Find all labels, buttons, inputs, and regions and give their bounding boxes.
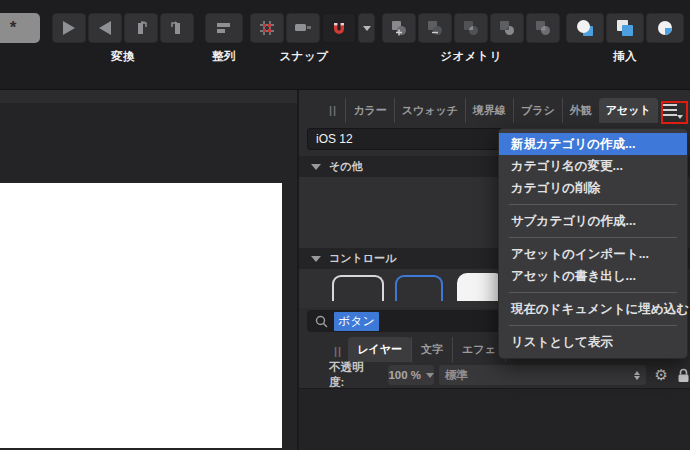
transform-group: 変換	[52, 13, 194, 64]
geometry-add-button[interactable]	[382, 13, 416, 43]
hamburger-menu-icon	[662, 104, 677, 106]
tab-stroke[interactable]: 境界線	[465, 98, 513, 123]
pixel-toggle-icon	[294, 22, 312, 34]
assets-panel-context-menu: 新規カテゴリの作成... カテゴリ名の変更... カテゴリの削除 サブカテゴリの…	[498, 128, 688, 359]
rotate-cw-icon	[168, 19, 186, 37]
menu-item-export-assets[interactable]: アセットの書き出し...	[499, 265, 687, 287]
rotate-ccw-icon	[132, 19, 150, 37]
geometry-group: ジオメトリ	[382, 13, 560, 64]
boolean-intersect-icon	[462, 19, 480, 37]
menu-separator	[509, 237, 677, 238]
transform-group-label: 変換	[52, 49, 194, 64]
chevron-down-icon	[363, 26, 371, 31]
menu-item-create-new-category[interactable]: 新規カテゴリの作成...	[499, 133, 687, 155]
insert-group: 挿入	[566, 13, 684, 64]
menu-item-rename-category[interactable]: カテゴリ名の変更...	[499, 155, 687, 177]
panel-drag-handle[interactable]: ||	[334, 345, 342, 357]
canvas-area[interactable]	[0, 90, 297, 450]
rotate-counterclockwise-button[interactable]	[124, 13, 158, 43]
tab-effects[interactable]: エフェ	[452, 337, 505, 362]
insert-group-label: 挿入	[566, 49, 684, 64]
search-icon	[315, 315, 328, 328]
stepper-icon	[634, 371, 640, 380]
opacity-dropdown[interactable]: 100 %	[388, 365, 434, 385]
align-group: 整列	[205, 13, 243, 64]
insert-on-top-button[interactable]	[646, 13, 684, 43]
tab-assets[interactable]: アセット	[599, 98, 658, 123]
defaults-star-button[interactable]: *	[0, 13, 40, 43]
layer-settings-gear-icon[interactable]: ⚙	[655, 366, 668, 384]
document-page[interactable]	[0, 183, 282, 448]
asset-thumbnail-button-outline[interactable]	[332, 275, 384, 301]
insert-on-top-icon	[655, 18, 675, 38]
snapping-toggle-button[interactable]	[322, 13, 356, 43]
search-input-selected-text[interactable]: ボタン	[334, 312, 379, 331]
menu-item-show-as-list[interactable]: リストとして表示	[499, 331, 687, 353]
tab-layers[interactable]: レイヤー	[348, 337, 411, 362]
asset-thumbnail-button-blue-outline[interactable]	[395, 275, 443, 301]
move-by-whole-pixels-button[interactable]	[286, 13, 320, 43]
insert-inside-icon	[615, 18, 635, 38]
menu-caret-icon	[677, 115, 683, 119]
panel-tab-bar: || カラー スウォッチ 境界線 ブラシ 外観 アセット	[299, 98, 690, 122]
insert-inside-button[interactable]	[606, 13, 644, 43]
align-group-label: 整列	[205, 49, 243, 64]
geometry-intersect-button[interactable]	[454, 13, 488, 43]
menu-separator	[509, 292, 677, 293]
boolean-divide-icon	[534, 19, 552, 37]
menu-separator	[509, 204, 677, 205]
disclosure-triangle-icon	[311, 256, 321, 262]
flip-vertical-icon	[99, 21, 111, 35]
disclosure-triangle-icon	[311, 164, 321, 170]
flip-vertical-button[interactable]	[88, 13, 122, 43]
geometry-subtract-button[interactable]	[418, 13, 452, 43]
opacity-label: 不透明度:	[329, 360, 378, 390]
layer-options-row: 不透明度: 100 % 標準 ⚙	[299, 362, 690, 388]
flip-horizontal-icon	[63, 21, 75, 35]
geometry-xor-button[interactable]	[490, 13, 524, 43]
boolean-add-icon	[390, 19, 408, 37]
section-title: その他	[329, 159, 363, 174]
section-title: コントロール	[329, 251, 396, 266]
show-grid-button[interactable]	[250, 13, 284, 43]
top-toolbar: *	[0, 0, 690, 90]
snap-group-label: スナップ	[250, 49, 358, 64]
tab-brushes[interactable]: ブラシ	[513, 98, 562, 123]
menu-item-import-assets[interactable]: アセットのインポート...	[499, 243, 687, 265]
insert-behind-icon	[575, 18, 595, 38]
menu-item-delete-category[interactable]: カテゴリの削除	[499, 177, 687, 199]
boolean-xor-icon	[498, 19, 516, 37]
snap-options-dropdown[interactable]	[358, 13, 375, 43]
grid-icon	[258, 19, 276, 37]
panel-drag-handle[interactable]: ||	[329, 104, 337, 116]
insert-behind-button[interactable]	[566, 13, 604, 43]
flip-horizontal-button[interactable]	[52, 13, 86, 43]
geometry-divide-button[interactable]	[526, 13, 560, 43]
align-icon	[216, 22, 232, 34]
tab-appearance[interactable]: 外観	[562, 98, 599, 123]
menu-item-create-subcategory[interactable]: サブカテゴリの作成...	[499, 210, 687, 232]
lock-icon	[677, 368, 690, 383]
menu-separator	[509, 325, 677, 326]
layer-lock-button[interactable]	[677, 368, 690, 383]
tab-swatches[interactable]: スウォッチ	[394, 98, 465, 123]
blend-mode-dropdown[interactable]: 標準	[439, 365, 645, 385]
tab-color[interactable]: カラー	[345, 98, 394, 123]
panel-preferences-menu-button[interactable]	[662, 101, 683, 118]
rotate-clockwise-button[interactable]	[160, 13, 194, 43]
alignment-button[interactable]	[205, 13, 243, 43]
chevron-down-icon	[426, 373, 434, 378]
snap-group: スナップ	[250, 13, 375, 64]
geometry-group-label: ジオメトリ	[382, 49, 560, 64]
tab-character[interactable]: 文字	[411, 337, 452, 362]
menu-item-embed-in-document[interactable]: 現在のドキュメントに埋め込む	[499, 298, 687, 320]
boolean-subtract-icon	[426, 19, 444, 37]
magnet-icon	[330, 19, 348, 37]
layers-list-empty-area[interactable]	[299, 388, 690, 450]
